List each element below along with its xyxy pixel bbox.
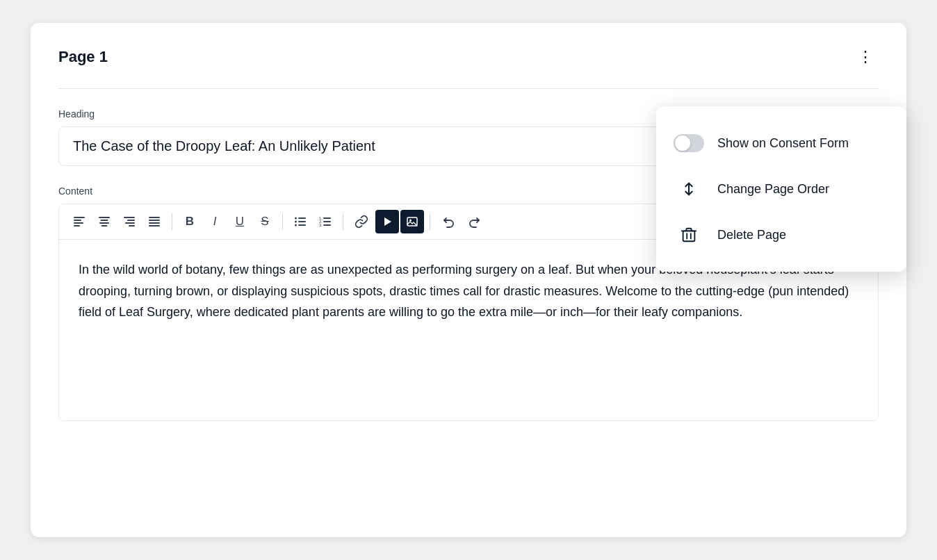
- italic-button[interactable]: I: [203, 210, 227, 233]
- page-title: Page 1: [58, 48, 108, 66]
- link-button[interactable]: [349, 210, 374, 233]
- page-header: Page 1 ⋮: [58, 45, 879, 69]
- svg-rect-27: [323, 224, 331, 226]
- strikethrough-button[interactable]: S: [253, 210, 277, 233]
- show-consent-label: Show on Consent Form: [717, 136, 849, 151]
- svg-marker-28: [384, 217, 391, 226]
- svg-rect-5: [101, 220, 108, 221]
- svg-rect-14: [149, 222, 160, 224]
- svg-rect-21: [298, 224, 306, 226]
- image-button[interactable]: [400, 210, 424, 233]
- svg-rect-12: [149, 217, 160, 218]
- change-order-label: Change Page Order: [717, 182, 829, 197]
- redo-button[interactable]: [462, 210, 487, 233]
- svg-rect-13: [149, 220, 160, 221]
- page-container: Page 1 ⋮ Heading The Case of the Droopy …: [31, 23, 906, 537]
- toolbar-divider-2: [282, 213, 283, 230]
- video-button[interactable]: [375, 210, 399, 233]
- svg-point-16: [295, 217, 297, 220]
- toolbar-divider-1: [172, 213, 172, 230]
- consent-toggle[interactable]: [674, 134, 704, 152]
- svg-rect-19: [298, 221, 306, 222]
- align-justify-button[interactable]: [142, 210, 166, 233]
- swap-icon: [676, 176, 702, 202]
- menu-item-delete-page[interactable]: Delete Page: [656, 212, 906, 258]
- undo-button[interactable]: [436, 210, 461, 233]
- ordered-list-button[interactable]: 1.2.3.: [313, 210, 337, 233]
- svg-rect-11: [129, 225, 135, 227]
- svg-rect-4: [99, 217, 110, 218]
- toolbar-divider-3: [343, 213, 343, 230]
- underline-button[interactable]: U: [228, 210, 252, 233]
- align-left-button[interactable]: [67, 210, 91, 233]
- align-right-button[interactable]: [117, 210, 141, 233]
- trash-icon: [676, 222, 702, 248]
- svg-rect-25: [323, 221, 331, 222]
- toolbar-divider-4: [430, 213, 430, 230]
- toggle-icon[interactable]: [676, 130, 702, 156]
- svg-point-30: [409, 220, 412, 222]
- svg-rect-0: [74, 217, 85, 218]
- menu-item-change-order[interactable]: Change Page Order: [656, 166, 906, 212]
- bullet-list-button[interactable]: [288, 210, 312, 233]
- svg-rect-7: [101, 225, 108, 227]
- delete-page-label: Delete Page: [717, 228, 786, 242]
- bold-button[interactable]: B: [178, 210, 202, 233]
- svg-rect-1: [74, 220, 81, 221]
- align-center-button[interactable]: [92, 210, 116, 233]
- svg-rect-15: [149, 225, 160, 227]
- menu-item-show-consent[interactable]: Show on Consent Form: [656, 120, 906, 166]
- svg-text:3.: 3.: [319, 223, 323, 227]
- svg-rect-17: [298, 217, 306, 219]
- svg-rect-9: [127, 220, 135, 221]
- three-dots-button[interactable]: ⋮: [854, 45, 879, 69]
- svg-rect-10: [125, 222, 135, 224]
- svg-point-18: [295, 221, 297, 223]
- svg-point-20: [295, 224, 297, 227]
- svg-rect-8: [124, 217, 135, 218]
- svg-rect-23: [323, 217, 331, 219]
- dropdown-menu: Show on Consent Form Change Page Order: [656, 106, 906, 272]
- svg-rect-31: [683, 231, 695, 241]
- toggle-knob: [675, 135, 690, 151]
- svg-rect-2: [74, 222, 83, 224]
- section-divider: [58, 88, 879, 89]
- svg-rect-6: [99, 222, 109, 224]
- svg-rect-3: [74, 225, 80, 227]
